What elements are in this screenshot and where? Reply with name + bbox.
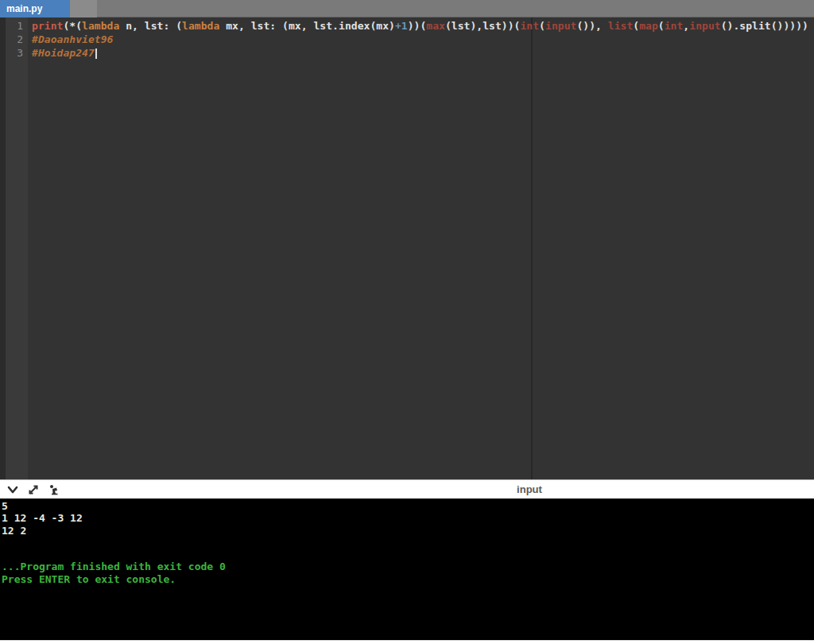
line-number-gutter[interactable]: 123 bbox=[6, 17, 28, 479]
code-line[interactable]: #Daoanhviet96 bbox=[32, 33, 811, 46]
code-area[interactable]: print(*(lambda n, lst: (lambda mx, lst: … bbox=[32, 19, 811, 60]
code-token-comment: #Hoidap247 bbox=[32, 47, 95, 59]
console-line bbox=[2, 537, 814, 549]
code-line[interactable]: #Hoidap247 bbox=[32, 46, 811, 60]
code-token-builtin: map bbox=[639, 20, 658, 32]
code-token-plain: mx, lst: (mx, lst.index(mx) bbox=[219, 20, 395, 32]
code-token-comment: #Daoanhviet96 bbox=[32, 33, 113, 45]
console-line: 1 12 -4 -3 12 bbox=[2, 512, 814, 524]
console-line: 5 bbox=[2, 500, 814, 512]
line-number[interactable]: 2 bbox=[6, 33, 28, 46]
code-line[interactable]: print(*(lambda n, lst: (lambda mx, lst: … bbox=[32, 19, 811, 33]
share-icon[interactable] bbox=[48, 483, 60, 496]
line-number[interactable]: 3 bbox=[6, 46, 28, 60]
code-token-builtin: int bbox=[520, 20, 539, 32]
code-token-plain: (lst),lst))( bbox=[445, 20, 521, 32]
code-token-plain: ( bbox=[658, 20, 665, 32]
console-line: Press ENTER to exit console. bbox=[2, 573, 814, 585]
code-token-fn: print bbox=[32, 20, 63, 32]
code-token-builtin: max bbox=[426, 20, 445, 32]
code-token-plain: n, lst: ( bbox=[119, 20, 182, 32]
code-token-builtin: list bbox=[608, 20, 634, 32]
code-token-num: +1 bbox=[395, 20, 408, 32]
console-input-label: input bbox=[517, 480, 542, 499]
editor-fold-strip bbox=[0, 17, 6, 479]
print-margin-line bbox=[531, 17, 533, 479]
code-token-builtin: int bbox=[665, 20, 684, 32]
code-token-builtin: input bbox=[545, 20, 576, 32]
code-editor[interactable]: 123 print(*(lambda n, lst: (lambda mx, l… bbox=[0, 17, 814, 479]
code-token-kw: lambda bbox=[182, 20, 219, 32]
code-token-plain: (*( bbox=[63, 20, 82, 32]
horizontal-scrollbar[interactable] bbox=[0, 640, 814, 644]
expand-icon[interactable] bbox=[27, 483, 40, 496]
code-token-plain: ( bbox=[539, 20, 545, 32]
console-line: 12 2 bbox=[2, 525, 814, 537]
tab-bar-shade bbox=[70, 0, 97, 17]
code-token-kw: lambda bbox=[82, 20, 119, 32]
console-toolbar: input bbox=[0, 479, 814, 499]
console-line: ...Program finished with exit code 0 bbox=[2, 561, 814, 572]
chevron-down-icon[interactable] bbox=[6, 483, 19, 496]
ide-window: main.py 123 print(*(lambda n, lst: (lamb… bbox=[0, 0, 814, 644]
code-token-plain: ()), bbox=[576, 20, 607, 32]
code-token-plain: ))( bbox=[408, 20, 427, 32]
tab-main-py[interactable]: main.py bbox=[0, 0, 70, 17]
console-line bbox=[2, 549, 814, 561]
tab-bar: main.py bbox=[0, 0, 814, 17]
code-token-plain: ().split())))) bbox=[721, 20, 808, 32]
text-cursor bbox=[95, 48, 97, 59]
code-token-builtin: input bbox=[689, 20, 720, 32]
line-number[interactable]: 1 bbox=[6, 19, 28, 33]
code-token-plain: ( bbox=[633, 20, 639, 32]
console-output[interactable]: 51 12 -4 -3 1212 2 ...Program finished w… bbox=[0, 499, 814, 640]
